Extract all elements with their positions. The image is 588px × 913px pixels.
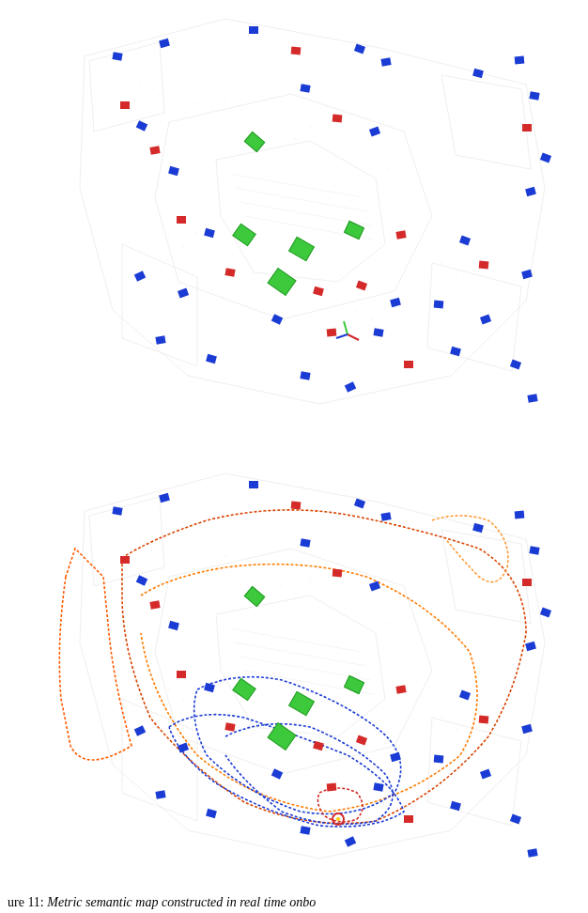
svg-point-24 bbox=[384, 307, 385, 308]
blue-marker bbox=[112, 506, 122, 516]
red-marker bbox=[291, 47, 302, 55]
red-marker bbox=[479, 261, 489, 270]
red-marker bbox=[522, 579, 532, 586]
svg-point-16 bbox=[168, 234, 169, 235]
blue-marker bbox=[373, 328, 383, 337]
svg-point-53 bbox=[356, 764, 357, 765]
svg-point-8 bbox=[210, 110, 211, 111]
svg-point-11 bbox=[295, 138, 296, 139]
svg-point-43 bbox=[309, 580, 310, 581]
svg-point-4 bbox=[140, 84, 141, 85]
trajectory-path bbox=[59, 549, 132, 760]
red-marker bbox=[395, 685, 406, 694]
svg-line-29 bbox=[344, 321, 348, 334]
svg-point-35 bbox=[140, 538, 141, 539]
blue-marker bbox=[155, 790, 165, 799]
pointcloud-building-bottom bbox=[0, 455, 588, 888]
svg-point-9 bbox=[224, 101, 225, 101]
svg-point-45 bbox=[386, 623, 387, 624]
svg-point-25 bbox=[441, 262, 441, 263]
red-marker bbox=[177, 216, 186, 224]
blue-marker bbox=[155, 335, 165, 345]
blue-marker bbox=[249, 481, 258, 488]
blue-marker bbox=[527, 848, 537, 858]
red-marker bbox=[149, 146, 160, 155]
svg-point-36 bbox=[151, 543, 152, 544]
svg-line-31 bbox=[230, 628, 362, 652]
trajectory-path bbox=[317, 788, 363, 822]
svg-point-49 bbox=[194, 687, 195, 688]
svg-point-19 bbox=[262, 281, 263, 282]
figure-panel-top bbox=[0, 0, 588, 433]
trajectory-path bbox=[122, 510, 526, 824]
red-marker bbox=[120, 556, 130, 564]
svg-point-54 bbox=[371, 773, 372, 774]
figure-panel-bottom bbox=[0, 455, 588, 888]
svg-line-1 bbox=[235, 188, 366, 211]
svg-point-22 bbox=[356, 309, 357, 310]
red-marker bbox=[404, 361, 413, 368]
red-marker bbox=[177, 671, 186, 678]
blue-marker bbox=[300, 826, 310, 835]
red-marker bbox=[327, 783, 337, 792]
svg-point-12 bbox=[309, 126, 310, 127]
blue-marker bbox=[434, 301, 444, 309]
blue-marker bbox=[380, 57, 391, 67]
svg-point-46 bbox=[399, 611, 400, 612]
svg-point-44 bbox=[375, 613, 376, 614]
blue-marker bbox=[527, 394, 537, 403]
trajectory-path bbox=[225, 724, 393, 825]
red-marker bbox=[224, 268, 235, 277]
svg-point-18 bbox=[194, 232, 195, 233]
blue-marker bbox=[515, 56, 525, 65]
trajectory-path bbox=[432, 516, 508, 582]
blue-marker bbox=[300, 84, 310, 93]
svg-point-42 bbox=[295, 593, 296, 594]
blue-marker bbox=[300, 538, 310, 548]
svg-point-48 bbox=[182, 700, 183, 701]
blue-marker bbox=[373, 782, 383, 792]
red-marker bbox=[522, 124, 532, 132]
svg-line-32 bbox=[235, 642, 366, 666]
svg-point-47 bbox=[168, 689, 169, 689]
red-marker bbox=[327, 329, 337, 337]
pointcloud-building-top bbox=[0, 0, 588, 433]
svg-point-23 bbox=[371, 318, 372, 319]
red-marker bbox=[291, 502, 302, 510]
svg-point-10 bbox=[281, 131, 282, 132]
caption-text: Metric semantic map constructed in real … bbox=[47, 895, 316, 909]
blue-marker bbox=[380, 512, 391, 521]
svg-point-13 bbox=[375, 159, 376, 160]
svg-point-50 bbox=[262, 735, 263, 736]
svg-line-30 bbox=[336, 334, 348, 338]
figure-caption: ure 11: Metric semantic map constructed … bbox=[8, 894, 580, 911]
svg-point-14 bbox=[386, 168, 387, 169]
figure-container: ure 11: Metric semantic map constructed … bbox=[0, 0, 588, 433]
blue-marker bbox=[300, 371, 310, 380]
svg-point-58 bbox=[469, 715, 470, 716]
svg-point-6 bbox=[162, 82, 163, 83]
svg-point-5 bbox=[151, 88, 152, 89]
svg-point-7 bbox=[196, 102, 197, 103]
red-marker bbox=[479, 716, 489, 724]
svg-line-28 bbox=[348, 334, 359, 340]
caption-prefix: ure 11: bbox=[8, 895, 44, 909]
panel-divider bbox=[0, 441, 588, 455]
svg-line-0 bbox=[230, 174, 362, 197]
blue-marker bbox=[529, 91, 539, 101]
blue-marker bbox=[249, 26, 258, 34]
blue-marker bbox=[529, 546, 539, 555]
red-marker bbox=[333, 569, 343, 578]
red-marker bbox=[395, 230, 406, 240]
svg-point-17 bbox=[182, 245, 183, 246]
blue-marker bbox=[112, 52, 122, 61]
svg-point-41 bbox=[281, 585, 282, 586]
svg-point-57 bbox=[456, 728, 456, 729]
red-marker bbox=[224, 722, 235, 732]
svg-point-26 bbox=[456, 273, 456, 274]
red-marker bbox=[120, 101, 130, 109]
svg-point-27 bbox=[469, 260, 470, 261]
red-marker bbox=[404, 815, 413, 823]
svg-point-55 bbox=[384, 762, 385, 763]
blue-marker bbox=[434, 755, 444, 764]
